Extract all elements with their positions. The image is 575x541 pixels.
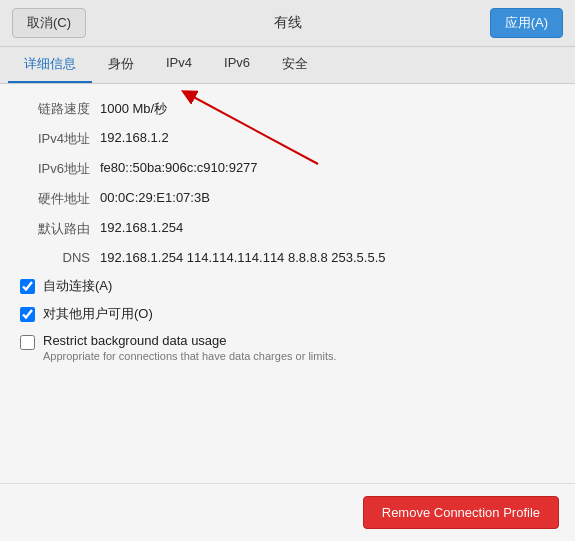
auto-connect-checkbox[interactable] [20,279,35,294]
titlebar: 取消(C) 有线 应用(A) [0,0,575,47]
restrict-title: Restrict background data usage [43,333,337,348]
ipv4-value: 192.168.1.2 [100,130,169,145]
tab-identity[interactable]: 身份 [92,47,150,83]
default-route-row: 默认路由 192.168.1.254 [20,220,555,238]
restrict-desc: Appropriate for connections that have da… [43,350,337,362]
hardware-value: 00:0C:29:E1:07:3B [100,190,210,205]
ipv4-label: IPv4地址 [20,130,100,148]
auto-connect-row: 自动连接(A) [20,277,555,295]
restrict-checkbox[interactable] [20,335,35,350]
dns-value: 192.168.1.254 114.114.114.114 8.8.8.8 25… [100,250,386,265]
ipv6-row: IPv6地址 fe80::50ba:906c:c910:9277 [20,160,555,178]
apply-button[interactable]: 应用(A) [490,8,563,38]
tab-security[interactable]: 安全 [266,47,324,83]
link-speed-value: 1000 Mb/秒 [100,100,167,118]
tab-ipv6[interactable]: IPv6 [208,47,266,83]
available-users-row: 对其他用户可用(O) [20,305,555,323]
dns-row: DNS 192.168.1.254 114.114.114.114 8.8.8.… [20,250,555,265]
link-speed-row: 链路速度 1000 Mb/秒 [20,100,555,118]
dns-label: DNS [20,250,100,265]
cancel-button[interactable]: 取消(C) [12,8,86,38]
content-area: 链路速度 1000 Mb/秒 IPv4地址 192.168.1.2 IPv6地址… [0,84,575,483]
link-speed-label: 链路速度 [20,100,100,118]
ipv6-value: fe80::50ba:906c:c910:9277 [100,160,258,175]
default-route-value: 192.168.1.254 [100,220,183,235]
available-users-checkbox[interactable] [20,307,35,322]
ipv6-label: IPv6地址 [20,160,100,178]
auto-connect-label[interactable]: 自动连接(A) [43,277,112,295]
main-window: 取消(C) 有线 应用(A) 详细信息 身份 IPv4 IPv6 安全 链路速度… [0,0,575,541]
remove-connection-button[interactable]: Remove Connection Profile [363,496,559,529]
available-users-label[interactable]: 对其他用户可用(O) [43,305,153,323]
footer: Remove Connection Profile [0,483,575,541]
window-title: 有线 [274,14,302,32]
restrict-text: Restrict background data usage Appropria… [43,333,337,362]
tab-details[interactable]: 详细信息 [8,47,92,83]
restrict-row: Restrict background data usage Appropria… [20,333,555,362]
ipv4-row: IPv4地址 192.168.1.2 [20,130,555,148]
tab-ipv4[interactable]: IPv4 [150,47,208,83]
default-route-label: 默认路由 [20,220,100,238]
tab-bar: 详细信息 身份 IPv4 IPv6 安全 [0,47,575,84]
hardware-label: 硬件地址 [20,190,100,208]
hardware-row: 硬件地址 00:0C:29:E1:07:3B [20,190,555,208]
